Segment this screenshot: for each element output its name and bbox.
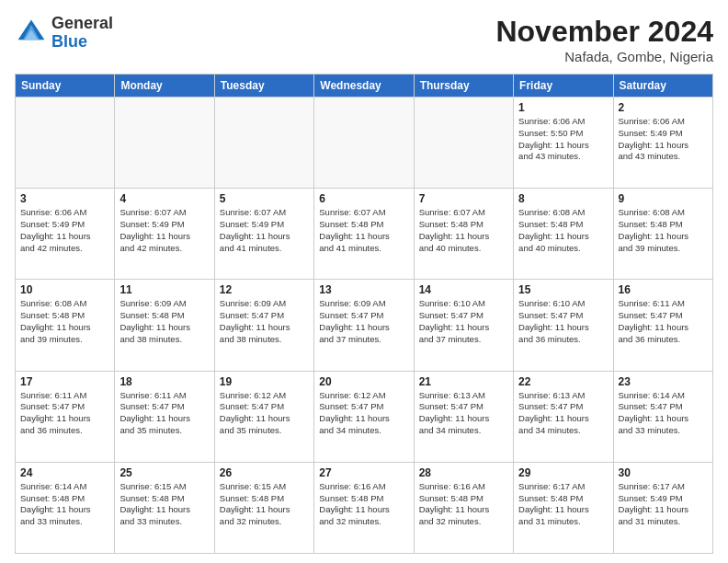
- day-cell: 10Sunrise: 6:08 AM Sunset: 5:48 PM Dayli…: [16, 280, 115, 371]
- day-cell: 16Sunrise: 6:11 AM Sunset: 5:47 PM Dayli…: [613, 280, 712, 371]
- day-cell: 25Sunrise: 6:15 AM Sunset: 5:48 PM Dayli…: [115, 462, 214, 553]
- day-cell: [214, 98, 313, 189]
- day-number: 29: [518, 466, 608, 479]
- day-number: 27: [319, 466, 408, 479]
- day-cell: 21Sunrise: 6:13 AM Sunset: 5:47 PM Dayli…: [414, 371, 513, 462]
- day-info: Sunrise: 6:07 AM Sunset: 5:48 PM Dayligh…: [319, 207, 408, 254]
- calendar-header-row: SundayMondayTuesdayWednesdayThursdayFrid…: [16, 75, 713, 98]
- day-number: 16: [619, 283, 708, 296]
- day-info: Sunrise: 6:08 AM Sunset: 5:48 PM Dayligh…: [518, 207, 608, 254]
- location: Nafada, Gombe, Nigeria: [495, 49, 713, 64]
- day-cell: 7Sunrise: 6:07 AM Sunset: 5:48 PM Daylig…: [414, 189, 513, 280]
- week-row-3: 17Sunrise: 6:11 AM Sunset: 5:47 PM Dayli…: [16, 371, 713, 462]
- logo-text: General Blue: [51, 15, 113, 52]
- day-number: 10: [20, 283, 109, 296]
- day-number: 4: [119, 192, 209, 205]
- day-cell: 20Sunrise: 6:12 AM Sunset: 5:47 PM Dayli…: [314, 371, 414, 462]
- day-number: 2: [619, 101, 708, 114]
- day-info: Sunrise: 6:10 AM Sunset: 5:47 PM Dayligh…: [518, 298, 608, 345]
- day-info: Sunrise: 6:11 AM Sunset: 5:47 PM Dayligh…: [119, 390, 209, 437]
- week-row-2: 10Sunrise: 6:08 AM Sunset: 5:48 PM Dayli…: [16, 280, 713, 371]
- day-cell: 22Sunrise: 6:13 AM Sunset: 5:47 PM Dayli…: [514, 371, 613, 462]
- day-number: 23: [619, 375, 708, 388]
- day-cell: 23Sunrise: 6:14 AM Sunset: 5:47 PM Dayli…: [613, 371, 712, 462]
- logo-general: General: [51, 14, 113, 32]
- day-info: Sunrise: 6:08 AM Sunset: 5:48 PM Dayligh…: [20, 298, 109, 345]
- day-number: 21: [419, 375, 508, 388]
- day-info: Sunrise: 6:13 AM Sunset: 5:47 PM Dayligh…: [518, 390, 608, 437]
- day-info: Sunrise: 6:06 AM Sunset: 5:50 PM Dayligh…: [518, 116, 608, 163]
- day-cell: 1Sunrise: 6:06 AM Sunset: 5:50 PM Daylig…: [514, 98, 613, 189]
- day-info: Sunrise: 6:17 AM Sunset: 5:48 PM Dayligh…: [518, 481, 608, 528]
- day-cell: 27Sunrise: 6:16 AM Sunset: 5:48 PM Dayli…: [314, 462, 414, 553]
- day-info: Sunrise: 6:17 AM Sunset: 5:49 PM Dayligh…: [619, 481, 708, 528]
- day-cell: [115, 98, 214, 189]
- week-row-4: 24Sunrise: 6:14 AM Sunset: 5:48 PM Dayli…: [16, 462, 713, 553]
- page: General Blue November 2024 Nafada, Gombe…: [0, 0, 728, 563]
- day-info: Sunrise: 6:08 AM Sunset: 5:48 PM Dayligh…: [619, 207, 708, 254]
- day-info: Sunrise: 6:07 AM Sunset: 5:49 PM Dayligh…: [220, 207, 309, 254]
- day-info: Sunrise: 6:12 AM Sunset: 5:47 PM Dayligh…: [319, 390, 408, 437]
- day-number: 25: [119, 466, 209, 479]
- day-cell: 24Sunrise: 6:14 AM Sunset: 5:48 PM Dayli…: [16, 462, 115, 553]
- day-cell: [314, 98, 414, 189]
- day-cell: 14Sunrise: 6:10 AM Sunset: 5:47 PM Dayli…: [414, 280, 513, 371]
- day-info: Sunrise: 6:12 AM Sunset: 5:47 PM Dayligh…: [220, 390, 309, 437]
- day-cell: 6Sunrise: 6:07 AM Sunset: 5:48 PM Daylig…: [314, 189, 414, 280]
- day-info: Sunrise: 6:16 AM Sunset: 5:48 PM Dayligh…: [419, 481, 508, 528]
- col-header-saturday: Saturday: [613, 75, 712, 98]
- week-row-1: 3Sunrise: 6:06 AM Sunset: 5:49 PM Daylig…: [16, 189, 713, 280]
- day-info: Sunrise: 6:09 AM Sunset: 5:47 PM Dayligh…: [220, 298, 309, 345]
- logo-icon: [15, 17, 48, 50]
- day-info: Sunrise: 6:14 AM Sunset: 5:48 PM Dayligh…: [20, 481, 109, 528]
- day-info: Sunrise: 6:11 AM Sunset: 5:47 PM Dayligh…: [619, 298, 708, 345]
- day-info: Sunrise: 6:15 AM Sunset: 5:48 PM Dayligh…: [119, 481, 209, 528]
- day-info: Sunrise: 6:06 AM Sunset: 5:49 PM Dayligh…: [20, 207, 109, 254]
- day-number: 20: [319, 375, 408, 388]
- day-number: 26: [220, 466, 309, 479]
- day-cell: 18Sunrise: 6:11 AM Sunset: 5:47 PM Dayli…: [115, 371, 214, 462]
- day-number: 5: [220, 192, 309, 205]
- day-cell: 3Sunrise: 6:06 AM Sunset: 5:49 PM Daylig…: [16, 189, 115, 280]
- day-info: Sunrise: 6:07 AM Sunset: 5:48 PM Dayligh…: [419, 207, 508, 254]
- day-info: Sunrise: 6:10 AM Sunset: 5:47 PM Dayligh…: [419, 298, 508, 345]
- day-info: Sunrise: 6:09 AM Sunset: 5:47 PM Dayligh…: [319, 298, 408, 345]
- day-info: Sunrise: 6:14 AM Sunset: 5:47 PM Dayligh…: [619, 390, 708, 437]
- day-cell: 17Sunrise: 6:11 AM Sunset: 5:47 PM Dayli…: [16, 371, 115, 462]
- col-header-sunday: Sunday: [16, 75, 115, 98]
- day-number: 9: [619, 192, 708, 205]
- day-cell: [414, 98, 513, 189]
- day-cell: 5Sunrise: 6:07 AM Sunset: 5:49 PM Daylig…: [214, 189, 313, 280]
- day-number: 22: [518, 375, 608, 388]
- day-cell: 13Sunrise: 6:09 AM Sunset: 5:47 PM Dayli…: [314, 280, 414, 371]
- day-number: 18: [119, 375, 209, 388]
- day-cell: 15Sunrise: 6:10 AM Sunset: 5:47 PM Dayli…: [514, 280, 613, 371]
- day-number: 6: [319, 192, 408, 205]
- day-number: 28: [419, 466, 508, 479]
- day-info: Sunrise: 6:07 AM Sunset: 5:49 PM Dayligh…: [119, 207, 209, 254]
- day-cell: 9Sunrise: 6:08 AM Sunset: 5:48 PM Daylig…: [613, 189, 712, 280]
- calendar-table: SundayMondayTuesdayWednesdayThursdayFrid…: [15, 74, 713, 554]
- week-row-0: 1Sunrise: 6:06 AM Sunset: 5:50 PM Daylig…: [16, 98, 713, 189]
- day-info: Sunrise: 6:09 AM Sunset: 5:48 PM Dayligh…: [119, 298, 209, 345]
- day-info: Sunrise: 6:06 AM Sunset: 5:49 PM Dayligh…: [619, 116, 708, 163]
- day-cell: 11Sunrise: 6:09 AM Sunset: 5:48 PM Dayli…: [115, 280, 214, 371]
- day-info: Sunrise: 6:16 AM Sunset: 5:48 PM Dayligh…: [319, 481, 408, 528]
- day-number: 8: [518, 192, 608, 205]
- day-info: Sunrise: 6:13 AM Sunset: 5:47 PM Dayligh…: [419, 390, 508, 437]
- day-cell: 26Sunrise: 6:15 AM Sunset: 5:48 PM Dayli…: [214, 462, 313, 553]
- day-cell: 19Sunrise: 6:12 AM Sunset: 5:47 PM Dayli…: [214, 371, 313, 462]
- day-cell: 2Sunrise: 6:06 AM Sunset: 5:49 PM Daylig…: [613, 98, 712, 189]
- col-header-friday: Friday: [514, 75, 613, 98]
- col-header-tuesday: Tuesday: [214, 75, 313, 98]
- day-number: 14: [419, 283, 508, 296]
- day-number: 15: [518, 283, 608, 296]
- day-number: 1: [518, 101, 608, 114]
- day-number: 7: [419, 192, 508, 205]
- day-number: 30: [619, 466, 708, 479]
- day-number: 19: [220, 375, 309, 388]
- logo-blue: Blue: [51, 32, 87, 51]
- title-block: November 2024 Nafada, Gombe, Nigeria: [495, 15, 713, 64]
- day-cell: 12Sunrise: 6:09 AM Sunset: 5:47 PM Dayli…: [214, 280, 313, 371]
- col-header-monday: Monday: [115, 75, 214, 98]
